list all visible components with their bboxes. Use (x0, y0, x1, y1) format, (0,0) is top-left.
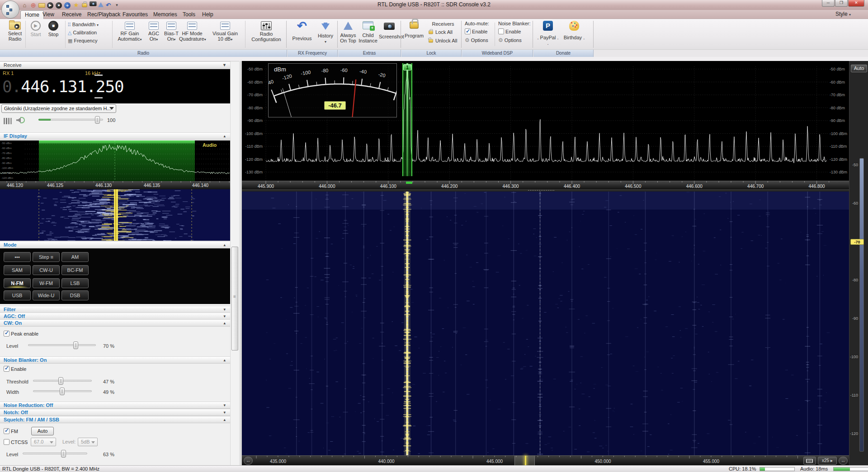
history-dropdown[interactable]: History▾ (316, 20, 335, 45)
select-radio-button[interactable]: ▶ SelectRadio (5, 20, 25, 42)
nav-keyboard-button[interactable] (803, 457, 816, 465)
qat-dropdown-icon[interactable]: ▾ (113, 2, 121, 9)
slider-thumb[interactable] (95, 116, 100, 124)
camera-icon[interactable] (90, 1, 97, 6)
checkbox[interactable] (4, 331, 9, 336)
digit-up-marker[interactable] (94, 75, 103, 76)
agc-dropdown[interactable]: AGCOn▾ (146, 20, 162, 42)
chevron-down-icon[interactable]: ▼ (222, 62, 226, 69)
program-lock-button[interactable]: Program (403, 20, 425, 38)
mode-button-lsb[interactable]: LSB (61, 278, 89, 288)
waterfall[interactable] (242, 192, 849, 455)
screenshot-button[interactable]: Screenshot (379, 20, 400, 39)
nb-enable-checkbox[interactable]: Enable (4, 366, 26, 372)
nav-zoom-button[interactable]: x25 ▸ (818, 457, 837, 465)
levels-icon[interactable] (4, 118, 12, 124)
mode-button-wide-u[interactable]: Wide-U (33, 290, 60, 300)
tab-view[interactable]: View (38, 10, 58, 19)
mode-button-bc-fm[interactable]: BC-FM (61, 265, 89, 275)
radio-configuration-button[interactable]: RadioConfiguration (249, 20, 284, 42)
folder-icon[interactable] (38, 3, 45, 8)
lock-icon[interactable] (81, 3, 88, 8)
visual-gain-dropdown[interactable]: Visual Gain10 dB▾ (211, 20, 240, 42)
if-display-header[interactable]: IF Display ▴ (0, 132, 230, 140)
checkbox[interactable] (4, 366, 9, 372)
rf-gain-dropdown[interactable]: RF GainAutomatic▾ (116, 20, 144, 42)
noise-blanker-header[interactable]: Noise Blanker: On▴ (0, 356, 230, 364)
home-icon[interactable]: ⌂ (21, 2, 28, 9)
ctcss-checkbox[interactable]: CTCSS (4, 439, 28, 445)
filter-header[interactable]: Filter▾ (0, 306, 230, 313)
digit-down-marker[interactable] (94, 97, 103, 98)
slider-thumb[interactable] (60, 388, 65, 395)
bias-t-dropdown[interactable]: Bias-TOn▾ (163, 20, 180, 42)
frequency-readout[interactable]: 0.446.131.250 (2, 77, 124, 96)
chevron-up-icon[interactable]: ▴ (223, 242, 226, 248)
if-spectrum[interactable]: Audio -50 dBm-60 dBm-70 dBm-80 dBm-90 dB… (0, 140, 230, 181)
play-icon[interactable]: ▶ (47, 2, 53, 9)
checkbox[interactable] (4, 428, 9, 434)
chevron-up-icon[interactable]: ▴ (223, 133, 226, 140)
mode-button-am[interactable]: AM (61, 252, 89, 262)
cw-header[interactable]: CW: On▴ (0, 319, 230, 327)
maximize-button[interactable]: ❐ (835, 0, 848, 7)
range-slider-track[interactable] (859, 158, 864, 452)
scrollbar-thumb[interactable] (231, 247, 238, 350)
mode-button-more[interactable]: ••• (4, 252, 31, 262)
paypal-button[interactable]: P . PayPal . . (536, 20, 560, 46)
frequency-display[interactable]: RX 1 16 kHz 0.446.131.250 (0, 69, 230, 103)
checkbox[interactable] (465, 28, 471, 34)
stop-button[interactable]: ■ Stop (45, 20, 61, 37)
undo-icon[interactable]: ↶ (104, 2, 112, 9)
spectrum-frequency-scale[interactable]: 445.900446.000446.100446.200446.300446.4… (242, 181, 849, 189)
previous-button[interactable]: ↶ Previous (290, 20, 314, 41)
ctcss-level-select[interactable]: 5dB (78, 438, 98, 446)
tab-memories[interactable]: Memories (149, 10, 181, 19)
mode-button-n-fm[interactable]: N-FM (4, 278, 31, 288)
tab-tools[interactable]: Tools (179, 10, 199, 19)
agc-header[interactable]: AGC: Off▾ (0, 313, 230, 320)
app-menu-button[interactable] (1, 0, 19, 19)
slider-thumb[interactable] (58, 377, 63, 385)
slider-thumb[interactable] (61, 450, 66, 458)
stop-icon[interactable]: ■ (56, 2, 62, 9)
noise-blanker-enable[interactable]: Enable (498, 28, 521, 36)
bandwidth-button[interactable]: ⵂⵂ Bandwidth ▾ (68, 21, 99, 28)
frequency-button[interactable]: ▦ Frequency (68, 37, 97, 45)
panel-scrollbar[interactable] (230, 61, 239, 466)
checkbox[interactable] (4, 439, 9, 445)
minimize-button[interactable]: ─ (822, 0, 835, 7)
auto-mute-options[interactable]: ⚙ Options (465, 37, 488, 44)
checkbox[interactable] (498, 28, 504, 34)
auto-range-button[interactable]: Auto (851, 65, 867, 72)
noise-blanker-options[interactable]: ⚙ Options (498, 37, 522, 44)
slider-thumb[interactable] (73, 341, 78, 349)
mode-button-sam[interactable]: SAM (4, 265, 31, 275)
channel-marker[interactable] (402, 63, 412, 176)
tab-help[interactable]: Help (198, 10, 217, 19)
range-slider-badge[interactable]: -70 (850, 239, 864, 245)
noise-reduction-header[interactable]: Noise Reduction: Off▾ (0, 402, 230, 409)
squelch-auto-button[interactable]: Auto (31, 427, 54, 435)
ctcss-tone-select[interactable]: 67.0 (31, 438, 56, 446)
add-icon[interactable]: + (64, 2, 71, 9)
star-icon[interactable]: ★ (72, 2, 80, 9)
lifebuoy-icon[interactable]: ◎ (29, 2, 37, 9)
start-button[interactable]: ▶ Start (28, 20, 43, 37)
mode-button-usb[interactable]: USB (4, 290, 31, 300)
mode-button-step[interactable]: Step ≡ (33, 252, 60, 262)
speaker-icon[interactable] (16, 117, 21, 123)
calibration-button[interactable]: △ Calibration (68, 29, 97, 37)
fm-checkbox[interactable]: FM (4, 428, 18, 434)
style-dropdown[interactable]: Style ▾ (835, 11, 851, 17)
unlock-all-button[interactable]: Unlock All (428, 37, 457, 45)
lock-all-button[interactable]: Lock All (428, 28, 453, 36)
tab-receive[interactable]: Receive (58, 10, 85, 19)
always-on-top-button[interactable]: AlwaysOn Top (339, 20, 357, 43)
mode-button-w-fm[interactable]: W-FM (33, 278, 60, 288)
notch-header[interactable]: Notch: Off▾ (0, 409, 230, 416)
squelch-header[interactable]: Squelch: FM / AM / SSB▴ (0, 416, 230, 423)
mode-button-cw-u[interactable]: CW-U (33, 265, 60, 275)
receive-panel-header[interactable]: Receive ▼ × (0, 61, 239, 69)
auto-mute-enable[interactable]: Enable (465, 28, 487, 36)
